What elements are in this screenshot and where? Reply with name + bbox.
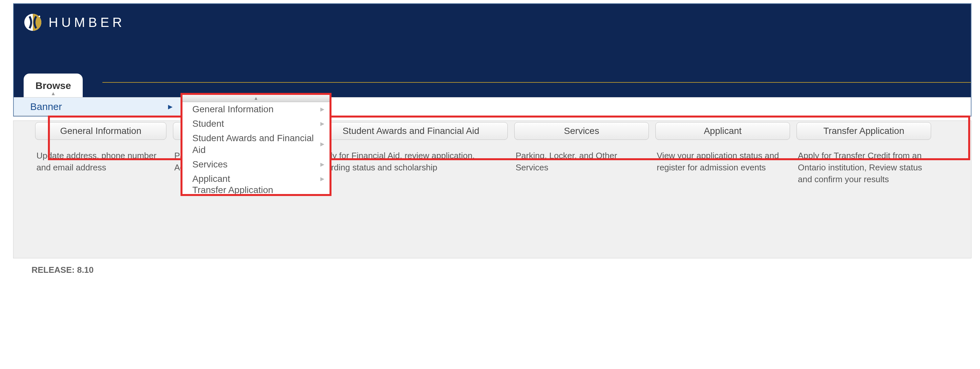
submenu-item-general-information[interactable]: General Information ▶ <box>183 102 329 116</box>
browse-tab[interactable]: Browse ▲ <box>24 73 83 98</box>
banner-container: HUMBER Browse ▲ Banner ▶ ▲ General Infor… <box>13 3 972 116</box>
submenu-item-transfer-application[interactable]: Transfer Application <box>183 186 329 194</box>
card-tab-services[interactable]: Services <box>514 122 649 140</box>
card-tab-general-information[interactable]: General Information <box>35 122 166 140</box>
card-title: Applicant <box>704 126 741 136</box>
chevron-right-icon: ▶ <box>168 103 173 110</box>
chevron-right-icon: ▶ <box>320 118 324 130</box>
card-title: Student Awards and Financial Aid <box>343 126 479 136</box>
chevron-up-icon: ▲ <box>35 92 71 95</box>
card-tab-applicant[interactable]: Applicant <box>655 122 790 140</box>
card-desc: Update address, phone number and email a… <box>32 140 170 173</box>
submenu-item-services[interactable]: Services ▶ <box>183 157 329 172</box>
card-tab-student-awards[interactable]: Student Awards and Financial Aid <box>314 122 508 140</box>
nav-row: Banner ▶ ▲ General Information ▶ Student… <box>14 97 971 116</box>
card-applicant: Applicant View your application status a… <box>652 122 793 185</box>
card-student-awards: Student Awards and Financial Aid Apply f… <box>311 122 511 185</box>
release-label: RELEASE: 8.10 <box>32 265 980 275</box>
card-title: Services <box>564 126 599 136</box>
browse-tab-label: Browse <box>35 80 71 91</box>
submenu-item-label: General Information <box>192 103 274 115</box>
submenu-item-applicant[interactable]: Applicant ▶ <box>183 172 329 186</box>
card-desc: Apply for Transfer Credit from an Ontari… <box>793 140 934 185</box>
card-services: Services Parking, Locker, and Other Serv… <box>511 122 652 185</box>
card-general-information: General Information Update address, phon… <box>32 122 170 185</box>
chevron-right-icon: ▶ <box>320 138 324 150</box>
submenu-item-student-awards[interactable]: Student Awards and Financial Aid ▶ <box>183 131 329 157</box>
card-desc: View your application status and registe… <box>652 140 793 173</box>
card-row: General Information Update address, phon… <box>32 121 971 185</box>
card-title: Transfer Application <box>823 126 904 136</box>
submenu-item-student[interactable]: Student ▶ <box>183 116 329 131</box>
card-title: General Information <box>60 126 141 136</box>
chevron-right-icon: ▶ <box>320 159 324 170</box>
header: HUMBER Browse ▲ <box>14 4 971 97</box>
brand-name: HUMBER <box>49 15 125 30</box>
content-area: General Information Update address, phon… <box>13 121 972 258</box>
card-desc: Apply for Financial Aid, review applicat… <box>311 140 511 173</box>
nav-item-banner[interactable]: Banner ▶ <box>14 97 180 116</box>
header-divider <box>102 82 971 83</box>
submenu-item-label: Student Awards and Financial Aid <box>192 132 320 156</box>
card-tab-transfer-application[interactable]: Transfer Application <box>797 122 931 140</box>
chevron-right-icon: ▶ <box>320 173 324 185</box>
nav-item-label: Banner <box>30 101 62 112</box>
submenu-item-label: Student <box>192 118 224 130</box>
submenu-item-label: Transfer Application <box>192 186 273 194</box>
submenu-item-label: Services <box>192 159 228 170</box>
card-desc: Parking, Locker, and Other Services <box>511 140 652 173</box>
logo-row: HUMBER <box>24 13 961 32</box>
humber-logo-icon <box>24 13 42 32</box>
card-transfer-application: Transfer Application Apply for Transfer … <box>793 122 934 185</box>
svg-point-1 <box>39 16 40 17</box>
chevron-right-icon: ▶ <box>320 103 324 115</box>
submenu-banner: ▲ General Information ▶ Student ▶ Studen… <box>180 93 331 196</box>
submenu-collapse-handle[interactable]: ▲ <box>183 95 329 102</box>
submenu-item-label: Applicant <box>192 173 230 185</box>
